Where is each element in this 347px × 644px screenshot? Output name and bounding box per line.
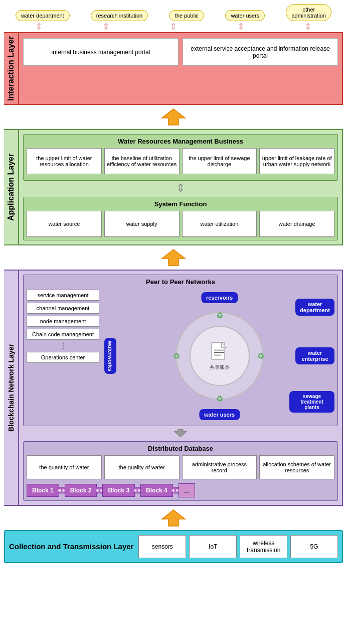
block-dots: ... — [179, 483, 196, 497]
db-box-water-quality: the quality of water — [104, 455, 180, 479]
node-water-department: waterdepartment — [295, 299, 334, 316]
collection-layer-title: Collection and Transmission Layer — [9, 542, 133, 552]
recycle-left: ♻ — [173, 351, 180, 361]
mgmt-box-leakage-rate: upper limit of leakage rate of urban wat… — [259, 148, 334, 174]
arrow-research — [102, 21, 110, 32]
mgmt-box-sewage-discharge: the upper limit of sewage discharge — [182, 148, 257, 174]
mgmt-chain-code: Chain code management — [27, 329, 99, 340]
db-box-admin-process: administrative process record — [182, 455, 257, 479]
db-box-allocation-schemes: allocation schemes of water resources — [259, 455, 334, 479]
block-3: Block 3 — [102, 484, 135, 497]
arrow-water-dept — [35, 21, 43, 32]
svg-marker-1 — [162, 249, 185, 266]
interaction-layer-content: internal business management portal exte… — [19, 32, 343, 105]
arrow-interaction-to-application — [0, 108, 347, 126]
peer-network-title: Peer to Peer Networks — [27, 278, 334, 286]
block-1: Block 1 — [27, 484, 59, 497]
blockchain-mgmt-left: service management channel management no… — [27, 290, 99, 423]
sys-box-water-supply: water supply — [104, 211, 180, 237]
stakeholder-other-admin: otheradministration — [286, 4, 331, 21]
peer-circle-diagram: 共享账本 ♻ ♻ ♻ ♻ reservoirs — [104, 290, 334, 423]
stakeholder-arrows — [0, 21, 347, 32]
collection-iot: IoT — [189, 535, 237, 558]
collection-5g: 5G — [290, 535, 338, 558]
node-water-enterprise: waterenterprise — [295, 347, 334, 364]
collection-items-row: sensors IoT wireless transmission 5G — [138, 535, 338, 558]
sys-box-water-utilization: water utilization — [182, 211, 257, 237]
blockchain-layer-label: Blockchain Network Layer — [4, 270, 19, 506]
portal-external: external service acceptance and informat… — [183, 38, 338, 66]
sys-box-water-drainage: water drainage — [259, 211, 334, 237]
stakeholder-research: research institution — [91, 10, 148, 21]
stakeholder-water-dept: water department — [16, 10, 70, 21]
mgmt-box-water-allocation: the upper limit of water resources alloc… — [27, 148, 102, 174]
stakeholder-public: the public — [169, 10, 204, 21]
mgmt-dots: ⋮ — [27, 342, 99, 350]
svg-marker-8 — [162, 510, 185, 526]
db-boxes-row: the quantity of water the quality of wat… — [27, 455, 334, 479]
recycle-bottom: ♻ — [216, 394, 223, 404]
node-sewage-treatment: sewage treatment plants — [289, 391, 334, 413]
arrow-blockchain-to-application — [0, 248, 347, 267]
collection-wireless: wireless transmission — [240, 535, 287, 558]
doc-icon — [211, 341, 229, 362]
node-waterworks: waterworks — [104, 338, 116, 374]
blockchain-content: service management channel management no… — [27, 290, 334, 423]
recycle-top: ♻ — [216, 311, 223, 320]
collection-sensors: sensors — [138, 535, 186, 558]
sys-box-water-source: water source — [27, 211, 102, 237]
interaction-layer-label: Interaction Layer — [4, 32, 19, 105]
application-layer-content: Water Resources Management Business the … — [19, 129, 343, 245]
stakeholder-water-users: water users — [225, 10, 265, 21]
node-water-users: water users — [199, 409, 240, 420]
double-arrow-app: ⇕ — [23, 183, 338, 194]
peer-network-box: Peer to Peer Networks service management… — [23, 275, 338, 426]
management-boxes-row: the upper limit of water resources alloc… — [27, 148, 334, 174]
management-business-box: Water Resources Management Business the … — [23, 134, 338, 181]
block-connector-4: ◄► — [172, 487, 179, 493]
system-function-title: System Function — [27, 200, 334, 208]
arrow-water-users — [237, 21, 245, 32]
arrow-collection-to-blockchain — [0, 509, 347, 527]
mgmt-operations: Operations center — [27, 352, 99, 363]
block-2: Block 2 — [65, 484, 97, 497]
arrow-peer-to-db — [23, 428, 338, 438]
shared-ledger-label: 共享账本 — [210, 363, 230, 370]
management-business-title: Water Resources Management Business — [27, 138, 334, 145]
distributed-db-title: Distributed Database — [27, 445, 334, 452]
mgmt-box-utilization-efficiency: the baseline of utilization efficiency o… — [104, 148, 180, 174]
center-doc: 共享账本 — [202, 337, 237, 375]
block-connector-3: ◄► — [134, 487, 140, 493]
collection-layer: Collection and Transmission Layer sensor… — [4, 530, 343, 563]
system-function-box: System Function water source water suppl… — [23, 197, 338, 240]
blocks-row: Block 1 ◄► Block 2 ◄► Block 3 ◄► Block 4… — [27, 483, 334, 497]
svg-marker-7 — [174, 429, 187, 437]
blockchain-layer-content: Peer to Peer Networks service management… — [19, 270, 343, 506]
arrow-public — [169, 21, 177, 32]
mgmt-service: service management — [27, 290, 99, 301]
system-boxes-row: water source water supply water utilizat… — [27, 211, 334, 237]
portal-internal: internal business management portal — [23, 38, 179, 66]
recycle-right: ♻ — [257, 351, 264, 361]
application-layer-label: Application Layer — [4, 129, 19, 245]
mgmt-channel: channel management — [27, 303, 99, 314]
mgmt-node: node management — [27, 316, 99, 327]
node-reservoirs: reservoirs — [201, 292, 238, 303]
distributed-db-box: Distributed Database the quantity of wat… — [23, 441, 338, 501]
block-4: Block 4 — [140, 484, 173, 497]
svg-marker-0 — [162, 109, 185, 125]
block-connector-2: ◄► — [96, 487, 102, 493]
stakeholders-row: water department research institution th… — [0, 0, 347, 21]
db-box-water-quantity: the quantity of water — [27, 455, 102, 479]
interaction-portals: internal business management portal exte… — [23, 38, 338, 66]
block-connector-1: ◄► — [59, 487, 65, 493]
arrow-other-admin — [304, 21, 312, 32]
